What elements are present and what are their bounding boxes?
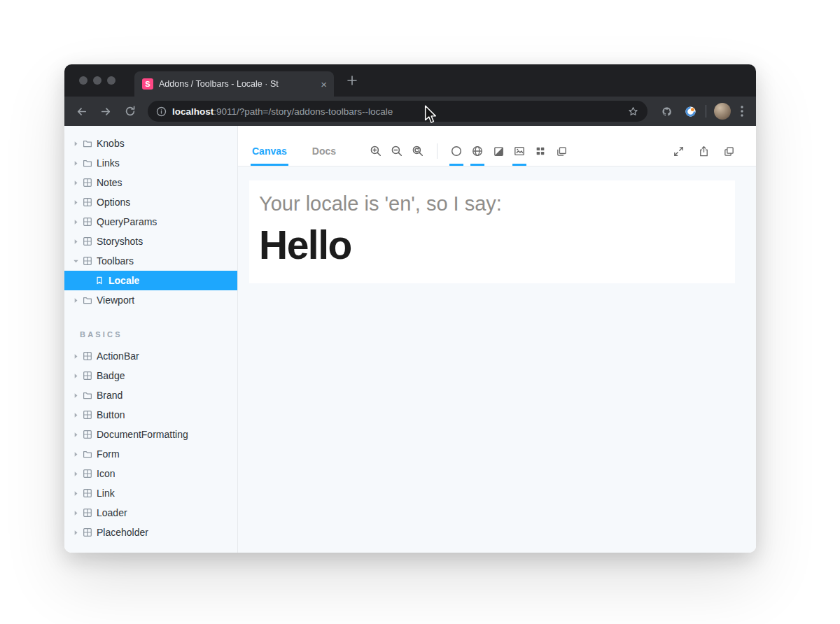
sidebar-item-knobs[interactable]: Knobs	[64, 134, 237, 153]
sidebar-section-basics: BASICS	[64, 325, 237, 343]
addon-tools	[446, 136, 572, 166]
chevron-right-icon[interactable]	[71, 509, 80, 518]
chevron-right-icon[interactable]	[71, 430, 80, 439]
storybook-sidebar: KnobsLinksNotesOptionsQueryParamsStorysh…	[64, 126, 238, 553]
sidebar-item-label: Links	[97, 157, 120, 169]
zoom-in-icon[interactable]	[365, 136, 386, 166]
mouse-cursor	[424, 105, 437, 125]
extension-icon[interactable]	[658, 103, 675, 120]
chevron-right-icon[interactable]	[71, 352, 80, 361]
chevron-right-icon[interactable]	[71, 489, 80, 498]
url-path: :9011/?path=/story/addons-toolbars--loca…	[214, 106, 393, 117]
sidebar-item-locale[interactable]: Locale	[64, 271, 237, 290]
stack-icon[interactable]	[551, 136, 572, 166]
bookmark-star-icon[interactable]	[627, 106, 639, 118]
tab-title: Addons / Toolbars - Locale · St	[159, 79, 315, 89]
story-canvas: Your locale is 'en', so I say: Hello	[238, 166, 756, 553]
contrast-icon[interactable]	[488, 136, 509, 166]
sidebar-item-documentformatting[interactable]: DocumentFormatting	[64, 425, 237, 444]
sidebar-item-link[interactable]: Link	[64, 483, 237, 503]
sidebar-item-label: Button	[97, 409, 125, 420]
forward-icon[interactable]	[97, 103, 114, 120]
chevron-right-icon[interactable]	[71, 391, 80, 400]
preview-pane: Canvas Docs Your locale is 'en', so I sa…	[238, 126, 756, 553]
story-card: Your locale is 'en', so I say: Hello	[249, 180, 735, 283]
sidebar-item-label: DocumentFormatting	[97, 429, 188, 440]
sidebar-item-viewport[interactable]: Viewport	[64, 290, 237, 310]
sidebar-item-label: Storyshots	[97, 236, 143, 247]
sidebar-item-form[interactable]: Form	[64, 444, 237, 464]
copy-icon[interactable]	[718, 136, 739, 166]
chevron-right-icon[interactable]	[71, 218, 80, 227]
profile-avatar[interactable]	[714, 103, 731, 120]
back-icon[interactable]	[73, 103, 90, 120]
chevron-down-icon[interactable]	[71, 257, 80, 266]
chevron-right-icon[interactable]	[71, 469, 80, 478]
tab-docs[interactable]: Docs	[304, 136, 344, 166]
extension-icon-2[interactable]	[682, 103, 699, 120]
chevron-right-icon[interactable]	[71, 139, 80, 148]
component-icon	[83, 488, 92, 498]
preview-toolbar: Canvas Docs	[238, 126, 756, 166]
component-icon	[83, 178, 92, 187]
sidebar-item-button[interactable]: Button	[64, 405, 237, 425]
page-info-icon[interactable]	[156, 106, 167, 117]
chevron-right-icon[interactable]	[71, 237, 80, 246]
chevron-right-icon[interactable]	[71, 178, 80, 187]
component-icon	[83, 197, 92, 207]
chevron-right-icon[interactable]	[71, 450, 80, 459]
chevron-right-icon[interactable]	[71, 528, 80, 537]
browser-window: S Addons / Toolbars - Locale · St × loca…	[64, 64, 756, 553]
component-icon	[83, 217, 92, 227]
chevron-right-icon[interactable]	[71, 296, 80, 305]
url-text: localhost:9011/?path=/story/addons-toolb…	[172, 106, 622, 117]
sidebar-item-storyshots[interactable]: Storyshots	[64, 232, 237, 251]
sidebar-item-loader[interactable]: Loader	[64, 503, 237, 523]
chevron-right-icon[interactable]	[71, 198, 80, 207]
sidebar-item-label: Viewport	[97, 295, 134, 306]
sidebar-item-brand[interactable]: Brand	[64, 385, 237, 405]
circle-icon[interactable]	[446, 136, 467, 166]
sidebar-item-label: Form	[97, 448, 120, 460]
sidebar-item-placeholder[interactable]: Placeholder	[64, 523, 237, 542]
browser-tab-active[interactable]: S Addons / Toolbars - Locale · St ×	[134, 71, 334, 97]
tab-close-icon[interactable]: ×	[321, 79, 327, 90]
grid-icon[interactable]	[530, 136, 551, 166]
browser-menu-icon[interactable]	[735, 103, 749, 120]
zoom-out-icon[interactable]	[386, 136, 407, 166]
story-greeting-text: Hello	[259, 223, 724, 267]
storybook-favicon: S	[142, 78, 153, 90]
sidebar-item-badge[interactable]: Badge	[64, 366, 237, 385]
sidebar-item-notes[interactable]: Notes	[64, 173, 237, 192]
maximize-window-button[interactable]	[107, 76, 115, 85]
new-tab-button[interactable]	[344, 73, 360, 88]
photo-icon[interactable]	[509, 136, 530, 166]
component-icon	[83, 351, 92, 361]
toolbar-separator	[437, 143, 438, 159]
share-icon[interactable]	[693, 136, 714, 166]
sidebar-item-label: Icon	[97, 468, 115, 479]
bookmark-icon	[94, 276, 104, 285]
minimize-window-button[interactable]	[93, 76, 102, 85]
chevron-right-icon[interactable]	[71, 411, 80, 420]
component-icon	[83, 430, 92, 439]
zoom-reset-icon[interactable]	[407, 136, 428, 166]
url-bar[interactable]: localhost:9011/?path=/story/addons-toolb…	[148, 101, 648, 122]
expand-icon[interactable]	[668, 136, 689, 166]
sidebar-item-label: ActionBar	[97, 350, 139, 362]
sidebar-item-toolbars[interactable]: Toolbars	[64, 251, 237, 271]
sidebar-item-actionbar[interactable]: ActionBar	[64, 346, 237, 366]
sidebar-item-icon[interactable]: Icon	[64, 464, 237, 483]
sidebar-story-tree: KnobsLinksNotesOptionsQueryParamsStorysh…	[64, 134, 237, 310]
chevron-right-icon[interactable]	[71, 371, 80, 381]
component-icon	[83, 236, 92, 246]
tab-docs-label: Docs	[312, 146, 336, 157]
tab-canvas[interactable]: Canvas	[244, 136, 295, 166]
chevron-right-icon[interactable]	[71, 159, 80, 168]
close-window-button[interactable]	[79, 76, 88, 85]
sidebar-item-links[interactable]: Links	[64, 153, 237, 173]
reload-icon[interactable]	[122, 103, 139, 120]
sidebar-item-options[interactable]: Options	[64, 192, 237, 212]
globe-icon[interactable]	[467, 136, 488, 166]
sidebar-item-queryparams[interactable]: QueryParams	[64, 212, 237, 232]
